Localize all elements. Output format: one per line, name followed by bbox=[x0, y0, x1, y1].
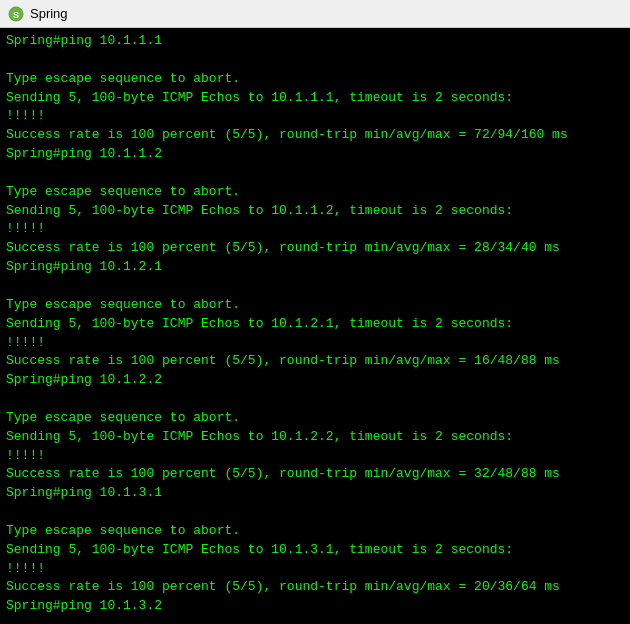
spring-icon: S bbox=[8, 6, 24, 22]
terminal[interactable]: Spring#ping 10.1.1.1 Type escape sequenc… bbox=[0, 28, 630, 624]
title-bar: S Spring bbox=[0, 0, 630, 28]
svg-text:S: S bbox=[13, 10, 19, 20]
title-bar-label: Spring bbox=[30, 6, 68, 21]
